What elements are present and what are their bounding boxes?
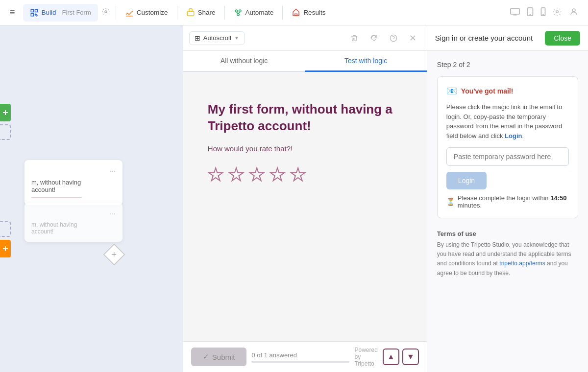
login-button[interactable]: Login — [446, 172, 487, 189]
desktop-icon[interactable] — [507, 6, 523, 20]
star-2[interactable]: ★ — [228, 164, 244, 185]
star-4[interactable]: ★ — [270, 164, 285, 185]
side-btn-green-1[interactable] — [0, 104, 11, 121]
help-icon[interactable] — [386, 30, 401, 46]
nav-divider2 — [177, 6, 177, 20]
svg-point-4 — [237, 13, 239, 16]
timer-suffix: minutes. — [458, 202, 482, 209]
nav-results-label: Results — [303, 9, 325, 16]
svg-point-10 — [530, 14, 530, 15]
settings-icon[interactable] — [549, 4, 565, 21]
form-builder-canvas: ··· m, without having account! ··· m, wi… — [11, 25, 183, 372]
tab-test-with-logic[interactable]: Test with logic — [305, 51, 427, 72]
nav-form-name: First Form — [62, 9, 91, 16]
preview-tabs: All without logic Test with logic — [183, 51, 427, 72]
device-group — [507, 5, 549, 20]
nav-automate-label: Automate — [245, 9, 274, 16]
nav-share-label: Share — [198, 9, 216, 16]
trash-icon[interactable] — [346, 30, 362, 46]
nav-build-label: Build — [42, 9, 56, 16]
close-button[interactable]: Close — [545, 31, 580, 46]
nav-up-button[interactable]: ▲ — [383, 349, 399, 365]
autoscroll-icon: ⊞ — [195, 34, 200, 42]
preview-bottom-bar: ✓ Submit 0 of 1 answered Powered by Trip… — [183, 341, 427, 372]
user-icon[interactable] — [565, 4, 582, 21]
svg-rect-1 — [187, 11, 194, 16]
progress-area: 0 of 1 answered — [251, 351, 349, 363]
autoscroll-label: Autoscroll — [203, 34, 231, 42]
submit-button[interactable]: ✓ Submit — [191, 348, 247, 366]
terms-link[interactable]: tripetto.app/terms — [499, 260, 545, 267]
password-input[interactable] — [446, 147, 569, 166]
svg-rect-7 — [295, 14, 297, 16]
svg-point-2 — [235, 10, 238, 12]
step-label: Step 2 of 2 — [437, 61, 578, 69]
add-node-button[interactable]: + — [103, 243, 125, 265]
submit-label: Submit — [212, 353, 235, 361]
side-btn-dotted-2[interactable] — [0, 221, 11, 237]
terms-section: Terms of use By using the Tripetto Studi… — [437, 230, 578, 278]
answered-text: 0 of 1 answered — [251, 351, 349, 359]
mail-card: 📧 You've got mail! Please click the magi… — [437, 76, 578, 218]
form-card-dots: ··· — [31, 167, 116, 176]
tablet-icon[interactable] — [524, 5, 537, 20]
nav-item-automate[interactable]: Automate — [227, 4, 281, 22]
side-btn-orange-1[interactable] — [0, 240, 11, 257]
timer-prefix: Please complete the login within — [458, 194, 549, 202]
login-link[interactable]: Login — [505, 132, 522, 140]
checkmark-icon: ✓ — [203, 352, 209, 361]
hamburger-icon[interactable]: ≡ — [6, 3, 19, 22]
powered-by: Powered by Tripetto — [354, 347, 377, 367]
nav-item-build[interactable]: Build First Form — [23, 4, 98, 22]
form-card-2-text: m, without having account! — [31, 221, 116, 235]
preview-form-content: My first form, without having a Tripetto… — [183, 72, 427, 341]
svg-line-5 — [236, 12, 238, 13]
svg-point-14 — [572, 9, 575, 12]
form-card-2[interactable]: ··· m, without having account! — [24, 203, 122, 242]
nav-item-share[interactable]: Share — [179, 4, 222, 22]
plus-icon: + — [112, 249, 117, 259]
top-nav: ≡ Build First Form Customize Share Autom… — [0, 0, 588, 25]
side-btn-dotted-1[interactable] — [0, 124, 11, 140]
star-3[interactable]: ★ — [249, 164, 265, 185]
mobile-icon[interactable] — [538, 5, 549, 20]
tab-all-without-logic[interactable]: All without logic — [183, 51, 305, 72]
nav-customize-label: Customize — [137, 9, 168, 16]
form-card-2-dots: ··· — [31, 209, 116, 218]
gear-icon[interactable] — [98, 6, 114, 20]
nav-down-button[interactable]: ▼ — [402, 349, 419, 365]
timer-value: 14:50 — [550, 194, 566, 202]
nav-divider4 — [282, 6, 283, 20]
mail-card-body: Please click the magic link in the email… — [446, 102, 569, 140]
nav-divider3 — [224, 6, 225, 20]
star-1[interactable]: ★ — [208, 164, 223, 185]
right-panel: Sign in or create your account Close Ste… — [427, 25, 588, 372]
mail-card-header: 📧 You've got mail! — [446, 86, 569, 96]
form-question: How would you rate that?! — [208, 144, 293, 153]
right-panel-content: Step 2 of 2 📧 You've got mail! Please cl… — [427, 51, 588, 372]
terms-body: By using the Tripetto Studio, you acknow… — [437, 240, 578, 278]
preview-toolbar: ⊞ Autoscroll ▼ ✕ — [183, 25, 427, 51]
form-card-text: m, without having account! — [31, 179, 116, 193]
nav-item-results[interactable]: Results — [285, 4, 332, 22]
form-card-1[interactable]: ··· m, without having account! — [24, 160, 122, 205]
form-title: My first form, without having a Tripetto… — [208, 101, 402, 135]
preview-panel: ⊞ Autoscroll ▼ ✕ All without logic Test … — [183, 25, 427, 372]
timer-row: ⏳ Please complete the login within 14:50… — [446, 194, 569, 209]
star-5[interactable]: ★ — [290, 164, 306, 185]
svg-point-13 — [556, 10, 559, 13]
svg-line-6 — [238, 12, 240, 13]
star-rating[interactable]: ★ ★ ★ ★ ★ — [208, 164, 306, 185]
chevron-down-icon: ▼ — [234, 35, 239, 41]
terms-title: Terms of use — [437, 230, 578, 237]
preview-close-icon[interactable]: ✕ — [405, 30, 421, 46]
svg-point-0 — [105, 11, 107, 13]
hourglass-icon: ⏳ — [446, 198, 455, 206]
nav-arrows: ▲ ▼ — [383, 349, 419, 365]
main-area: ··· m, without having account! ··· m, wi… — [0, 25, 588, 372]
svg-rect-8 — [511, 8, 519, 14]
autoscroll-button[interactable]: ⊞ Autoscroll ▼ — [189, 31, 245, 45]
refresh-icon[interactable] — [366, 30, 382, 46]
mail-icon: 📧 — [446, 86, 457, 96]
nav-item-customize[interactable]: Customize — [118, 4, 175, 22]
